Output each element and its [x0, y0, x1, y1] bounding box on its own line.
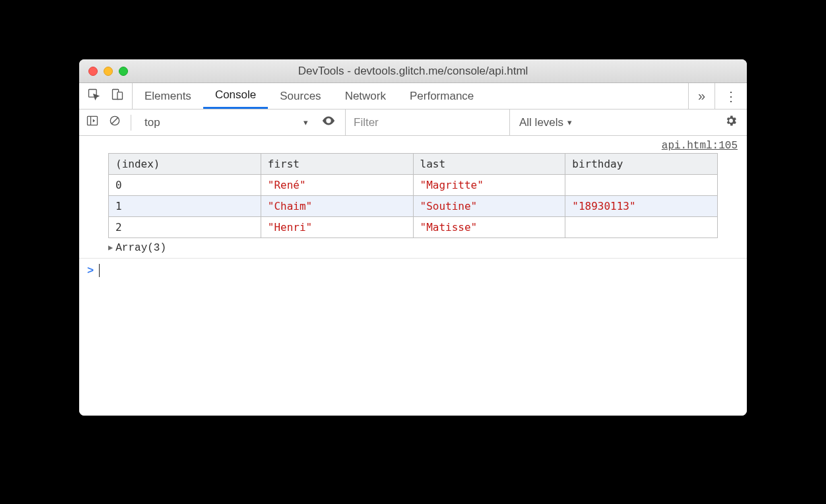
source-link[interactable]: api.html:105 [662, 140, 738, 152]
tab-list: Elements Console Sources Network Perform… [133, 83, 486, 109]
traffic-lights [88, 67, 128, 76]
prompt-chevron-icon: > [87, 265, 94, 277]
col-first[interactable]: first [261, 154, 413, 175]
table-row: 1 "Chaim" "Soutine" "18930113" [109, 196, 718, 217]
toggle-device-icon[interactable] [111, 88, 124, 104]
toggle-sidebar-icon[interactable] [86, 114, 99, 131]
text-caret [99, 264, 100, 277]
dropdown-icon: ▾ [567, 117, 572, 127]
devtools-window: DevTools - devtools.glitch.me/console/ap… [79, 59, 747, 416]
console-prompt[interactable]: > [79, 258, 747, 282]
context-selector[interactable]: top ▾ [141, 116, 312, 129]
console-settings-icon[interactable] [722, 114, 740, 131]
tab-console[interactable]: Console [203, 83, 268, 109]
svg-marker-5 [93, 119, 95, 123]
tab-sources[interactable]: Sources [268, 83, 333, 109]
zoom-window-button[interactable] [119, 67, 128, 76]
tab-elements[interactable]: Elements [133, 83, 203, 109]
array-summary[interactable]: ▶ Array(3) [79, 238, 747, 258]
svg-point-8 [327, 119, 330, 122]
col-index[interactable]: (index) [109, 154, 261, 175]
svg-rect-2 [117, 92, 123, 100]
tabs-overflow-button[interactable]: » [688, 83, 715, 109]
console-table: (index) first last birthday 0 "René" "Ma… [108, 153, 718, 238]
inspect-element-icon[interactable] [87, 88, 100, 104]
clear-console-icon[interactable] [108, 114, 121, 131]
levels-label: All levels [519, 116, 563, 129]
minimize-window-button[interactable] [104, 67, 113, 76]
filter-input[interactable] [345, 110, 510, 135]
log-levels-selector[interactable]: All levels ▾ [519, 116, 572, 129]
table-row: 0 "René" "Magritte" [109, 175, 718, 196]
svg-line-7 [111, 117, 118, 124]
window-title: DevTools - devtools.glitch.me/console/ap… [79, 65, 747, 78]
context-label: top [144, 116, 160, 129]
svg-rect-3 [88, 116, 98, 125]
dropdown-icon: ▾ [303, 117, 308, 127]
expand-triangle-icon: ▶ [108, 243, 113, 253]
col-last[interactable]: last [413, 154, 565, 175]
live-expression-icon[interactable] [321, 113, 336, 131]
devtools-menu-button[interactable]: ⋮ [715, 83, 747, 109]
tab-network[interactable]: Network [333, 83, 398, 109]
table-header-row: (index) first last birthday [109, 154, 718, 175]
table-row: 2 "Henri" "Matisse" [109, 217, 718, 238]
console-toolbar: top ▾ All levels ▾ [79, 110, 747, 136]
console-output: api.html:105 (index) first last birthday… [79, 136, 747, 416]
panel-tabs: Elements Console Sources Network Perform… [79, 83, 747, 110]
col-birthday[interactable]: birthday [565, 154, 718, 175]
source-link-row: api.html:105 [79, 136, 747, 153]
titlebar: DevTools - devtools.glitch.me/console/ap… [79, 59, 747, 83]
close-window-button[interactable] [88, 67, 98, 76]
array-summary-label: Array(3) [115, 242, 166, 254]
tab-performance[interactable]: Performance [398, 83, 486, 109]
